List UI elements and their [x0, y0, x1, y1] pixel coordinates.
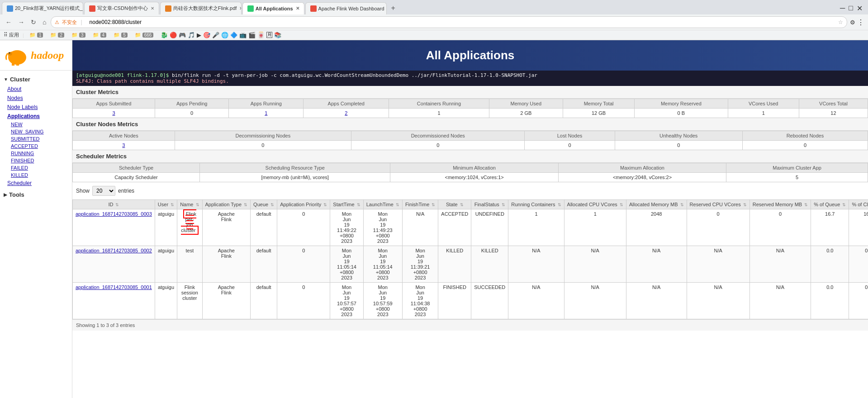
tab-1[interactable]: 20_Flink部署_YARN运行模式_非... ✕	[2, 2, 83, 14]
bm-icon-6[interactable]: 🎯	[203, 32, 210, 38]
sidebar-item-killed[interactable]: KILLED	[0, 171, 72, 179]
extensions-icon[interactable]: ⚙	[850, 19, 855, 26]
app-id-link[interactable]: application_1687142703085_0001	[76, 284, 152, 290]
new-tab-button[interactable]: +	[388, 2, 399, 14]
app-id-link[interactable]: application_1687142703085_0003	[76, 211, 152, 217]
bm-icon-1[interactable]: 🐉	[161, 32, 168, 38]
col-pct-cluster[interactable]: % of Cluster ⇅	[849, 200, 868, 209]
bm-icon-14[interactable]: 📚	[274, 32, 281, 38]
sidebar-item-node-labels[interactable]: Node Labels	[0, 103, 72, 112]
bm-icon-7[interactable]: 🎤	[212, 32, 219, 38]
col-unhealthy: Unhealthy Nodes	[615, 131, 742, 141]
bm-icon-3[interactable]: 🎮	[179, 32, 186, 38]
apps-completed-link[interactable]: 2	[345, 110, 347, 116]
tab3-label: 尚硅谷大数据技术之Flink.pdf	[173, 5, 237, 12]
col-id[interactable]: ID ⇅	[73, 200, 155, 209]
close-button[interactable]: ✕	[857, 4, 863, 13]
tab2-favicon	[89, 5, 95, 12]
col-launch-time[interactable]: LaunchTime ⇅	[363, 200, 402, 209]
bm-icon-5[interactable]: ▶	[197, 32, 201, 38]
tab3-close[interactable]: ✕	[239, 6, 241, 11]
app-launch-time-cell: MonJun1911:05:14+08002023	[363, 246, 402, 283]
sidebar-item-new[interactable]: NEW	[0, 121, 72, 128]
apps-submitted-link[interactable]: 3	[112, 110, 115, 116]
col-start-time[interactable]: StartTime ⇅	[330, 200, 363, 209]
home-button[interactable]: ⌂	[41, 18, 48, 27]
table-footer: Showing 1 to 3 of 3 entries	[72, 319, 868, 331]
forward-button[interactable]: →	[16, 18, 26, 27]
star-icon[interactable]: ☆	[838, 19, 843, 25]
sidebar-item-submitted[interactable]: SUBMITTED	[0, 135, 72, 142]
col-reserved-cpu[interactable]: Reserved CPU VCores ⇅	[687, 200, 749, 209]
col-pct-queue[interactable]: % of Queue ⇅	[811, 200, 849, 209]
tab-3[interactable]: 尚硅谷大数据技术之Flink.pdf ✕	[160, 2, 242, 14]
tab4-close[interactable]: ✕	[296, 6, 299, 11]
app-allocated-mem-cell: N/A	[626, 283, 687, 319]
back-button[interactable]: ←	[4, 18, 14, 27]
sidebar-item-nodes[interactable]: Nodes	[0, 94, 72, 103]
bm-folder-2[interactable]: 📁 2	[48, 32, 66, 38]
address-input[interactable]	[86, 18, 836, 27]
tab-4[interactable]: All Applications ✕	[242, 2, 304, 14]
tab-5[interactable]: Apache Flink Web Dashboard ✕	[305, 2, 387, 14]
apps-bookmark[interactable]: ⠿ 应用	[4, 32, 19, 38]
reload-button[interactable]: ↻	[29, 18, 38, 27]
col-state[interactable]: State ⇅	[438, 200, 471, 209]
sidebar-item-scheduler[interactable]: Scheduler	[0, 179, 72, 188]
col-reserved-mem[interactable]: Reserved Memory MB ⇅	[749, 200, 811, 209]
cluster-group-header[interactable]: ▼ Cluster	[0, 74, 72, 85]
lost-nodes-value: 0	[525, 141, 615, 150]
col-allocated-cpu[interactable]: Allocated CPU VCores ⇅	[564, 200, 626, 209]
bm-folder-666[interactable]: 📁 666	[133, 32, 156, 38]
sidebar-item-running[interactable]: RUNNING	[0, 150, 72, 157]
bm-icon-9[interactable]: 🔷	[230, 32, 237, 38]
bm-folder-1[interactable]: 📁 1	[28, 32, 45, 38]
tab1-label: 20_Flink部署_YARN运行模式_非...	[15, 5, 83, 12]
maximize-button[interactable]: □	[849, 4, 853, 13]
col-allocated-mem[interactable]: Allocated Memory MB ⇅	[626, 200, 687, 209]
tab2-close[interactable]: ✕	[151, 6, 154, 11]
sidebar-item-failed[interactable]: FAILED	[0, 164, 72, 171]
bm-icon-10[interactable]: 📺	[239, 32, 247, 38]
bm-icon-4[interactable]: 🎵	[188, 32, 195, 38]
tools-group-header[interactable]: ▶ Tools	[0, 190, 72, 200]
app-type-cell: ApacheFlink	[202, 209, 251, 246]
menu-icon[interactable]: ⋮	[857, 18, 864, 27]
bm-icon-2[interactable]: 🔴	[170, 32, 177, 38]
tab-2[interactable]: 写文章-CSDN创作中心 ✕	[84, 2, 159, 14]
bm-folder-4[interactable]: 📁 4	[91, 32, 109, 38]
sidebar-item-finished[interactable]: FINISHED	[0, 157, 72, 164]
app-launch-time-cell: MonJun1911:49:23+08002023	[363, 209, 402, 246]
sidebar-item-accepted[interactable]: ACCEPTED	[0, 142, 72, 150]
sidebar-item-applications[interactable]: Applications	[0, 112, 72, 121]
col-priority[interactable]: Application Priority ⇅	[277, 200, 330, 209]
app-user-cell: atguigu	[155, 209, 177, 246]
col-queue[interactable]: Queue ⇅	[251, 200, 277, 209]
bm-folder-5[interactable]: 📁 5	[112, 32, 129, 38]
col-name[interactable]: Name ⇅	[177, 200, 202, 209]
col-running-containers[interactable]: Running Containers ⇅	[508, 200, 564, 209]
bm-icon-12[interactable]: 🀄	[257, 32, 265, 38]
minimize-button[interactable]: ─	[840, 4, 845, 13]
sidebar-item-about[interactable]: About	[0, 85, 72, 94]
active-nodes-link[interactable]: 3	[122, 142, 125, 148]
col-final-status[interactable]: FinalStatus ⇅	[471, 200, 508, 209]
bm-icon-11[interactable]: 🎬	[248, 32, 256, 38]
col-app-type[interactable]: Application Type ⇅	[202, 200, 251, 209]
scheduler-metrics-header: Scheduler Metrics	[72, 150, 868, 163]
entries-select[interactable]: 10 20 50 100	[92, 186, 115, 196]
bm-icon-13[interactable]: 🈷	[266, 32, 272, 38]
command-note: SLF4J: Class path contains multiple SLF4…	[76, 78, 864, 84]
sidebar-item-new-saving[interactable]: NEW_SAVING	[0, 128, 72, 135]
apps-running-link[interactable]: 1	[265, 110, 267, 116]
col-user[interactable]: User ⇅	[155, 200, 177, 209]
app-id-link[interactable]: application_1687142703085_0002	[76, 248, 152, 253]
app-priority-cell: 0	[277, 246, 330, 283]
app-allocated-cpu-cell: N/A	[564, 283, 626, 319]
col-finish-time[interactable]: FinishTime ⇅	[402, 200, 438, 209]
app-final-status-cell: UNDEFINED	[471, 209, 508, 246]
bm-folder-3[interactable]: 📁 3	[70, 32, 87, 38]
bm-icon-8[interactable]: 🌐	[221, 32, 228, 38]
memory-reserved-value: 0 B	[635, 109, 728, 118]
app-priority-cell: 0	[277, 283, 330, 319]
